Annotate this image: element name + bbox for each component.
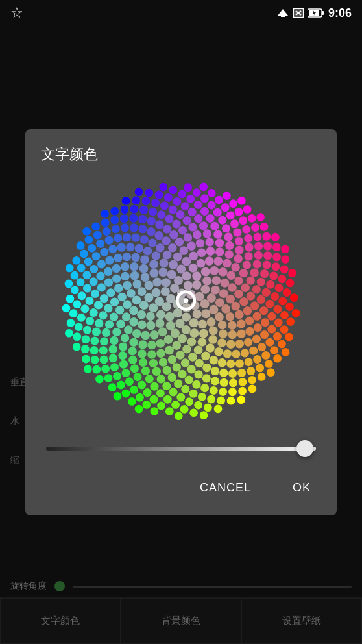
svg-point-211 — [188, 223, 197, 231]
svg-point-285 — [261, 318, 269, 327]
svg-point-479 — [248, 384, 257, 393]
svg-point-194 — [163, 365, 171, 374]
svg-point-195 — [140, 235, 149, 243]
svg-point-495 — [175, 412, 183, 420]
svg-point-316 — [244, 234, 252, 242]
svg-point-387 — [278, 297, 287, 305]
svg-point-197 — [112, 327, 121, 336]
svg-point-496 — [101, 210, 109, 218]
svg-point-507 — [237, 196, 246, 204]
svg-point-226 — [100, 293, 108, 302]
svg-point-228 — [168, 373, 176, 381]
cancel-button[interactable]: CANCEL — [189, 476, 261, 500]
svg-point-137 — [117, 292, 127, 301]
svg-point-43 — [152, 277, 162, 286]
svg-point-404 — [73, 300, 81, 308]
svg-point-268 — [96, 271, 104, 280]
brightness-slider-thumb[interactable] — [296, 440, 313, 457]
brightness-slider-track[interactable] — [46, 447, 316, 451]
svg-point-275 — [192, 380, 200, 388]
svg-point-115 — [219, 329, 228, 338]
svg-point-457 — [169, 186, 177, 194]
svg-point-92 — [156, 339, 165, 348]
svg-point-72 — [160, 258, 169, 267]
svg-point-193 — [234, 254, 243, 262]
svg-point-158 — [114, 284, 123, 292]
svg-point-37 — [166, 321, 175, 330]
svg-point-440 — [180, 404, 189, 413]
svg-point-504 — [135, 188, 143, 196]
svg-point-353 — [273, 304, 282, 313]
svg-point-66 — [147, 321, 156, 330]
svg-point-136 — [217, 338, 226, 347]
svg-point-302 — [90, 277, 98, 286]
svg-point-465 — [208, 189, 216, 197]
svg-point-324 — [263, 260, 271, 269]
color-wheel[interactable] — [58, 177, 304, 424]
svg-point-330 — [189, 389, 198, 397]
color-wheel-container[interactable] — [41, 177, 321, 424]
svg-rect-7 — [322, 11, 324, 15]
battery-icon — [308, 8, 324, 18]
color-picker-dialog: 文字颜色 CANCEL OK — [25, 129, 337, 515]
svg-point-469 — [128, 397, 136, 406]
svg-point-95 — [129, 306, 138, 315]
svg-point-124 — [123, 280, 132, 290]
svg-point-352 — [112, 225, 120, 233]
svg-point-93 — [163, 250, 172, 259]
svg-point-215 — [152, 367, 161, 375]
svg-point-236 — [141, 366, 150, 375]
brightness-slider-container[interactable] — [46, 440, 316, 458]
svg-point-393 — [150, 395, 158, 403]
svg-point-90 — [133, 279, 142, 288]
svg-point-438 — [69, 309, 78, 317]
svg-point-117 — [213, 256, 223, 266]
svg-point-390 — [239, 378, 247, 386]
status-icons — [276, 6, 324, 19]
svg-point-298 — [265, 299, 274, 308]
svg-point-281 — [91, 289, 99, 297]
svg-point-444 — [193, 188, 201, 197]
svg-point-470 — [145, 188, 153, 197]
svg-point-177 — [193, 230, 201, 238]
svg-point-83 — [210, 266, 219, 275]
svg-point-300 — [188, 208, 197, 216]
svg-point-97 — [182, 344, 191, 353]
svg-point-380 — [130, 385, 138, 393]
svg-point-250 — [138, 225, 147, 233]
svg-point-270 — [145, 375, 154, 383]
svg-point-459 — [66, 294, 75, 303]
svg-point-401 — [117, 380, 125, 389]
svg-point-344 — [92, 252, 101, 260]
svg-point-392 — [263, 242, 272, 250]
svg-point-426 — [262, 232, 271, 240]
svg-point-484 — [285, 332, 293, 341]
svg-point-246 — [226, 359, 235, 367]
svg-point-101 — [179, 246, 188, 255]
svg-point-347 — [160, 201, 169, 210]
svg-point-503 — [135, 404, 143, 413]
svg-point-103 — [127, 289, 136, 298]
svg-point-146 — [234, 276, 243, 284]
svg-point-310 — [100, 247, 108, 256]
svg-point-109 — [197, 248, 206, 257]
svg-point-343 — [210, 386, 218, 394]
svg-point-321 — [200, 206, 209, 215]
svg-point-134 — [138, 340, 147, 349]
svg-point-267 — [219, 368, 228, 377]
svg-point-356 — [229, 378, 237, 387]
svg-point-502 — [281, 245, 289, 253]
svg-point-203 — [163, 225, 171, 233]
svg-point-88 — [189, 251, 198, 260]
svg-point-358 — [263, 251, 272, 260]
ok-button[interactable]: OK — [282, 476, 321, 500]
sim-icon — [292, 6, 305, 19]
svg-point-312 — [121, 369, 130, 377]
svg-point-121 — [132, 328, 141, 338]
svg-point-118 — [176, 351, 185, 360]
svg-point-233 — [211, 366, 219, 375]
svg-point-112 — [228, 283, 237, 292]
svg-point-427 — [157, 401, 165, 410]
svg-point-428 — [121, 205, 129, 214]
svg-point-277 — [262, 288, 271, 296]
